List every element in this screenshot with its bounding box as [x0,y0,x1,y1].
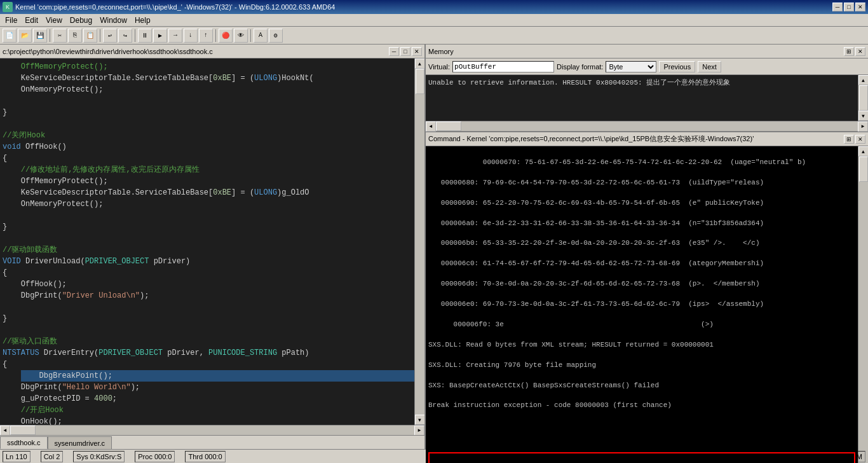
status-proc: Proc 000:0 [135,451,175,462]
code-vscrollbar[interactable]: ▲ ▼ [414,59,424,425]
toolbar-open[interactable]: 📂 [18,29,32,43]
titlebar-controls[interactable]: ─ □ ✕ [832,3,865,11]
code-tabs: ssdthook.c sysenumdriver.c [0,435,424,449]
memory-virtual-label: Virtual: [428,63,450,71]
code-file-path: c:\project\python\0reviewthird\driver\dr… [3,48,389,55]
command-line-6: 000006c0: 61-74-65-67-6f-72-79-4d-65-6d-… [428,259,764,267]
memory-hscroll-track[interactable] [436,121,858,131]
code-scroll-thumb[interactable] [416,69,424,94]
memory-display-format[interactable]: Byte Word Dword [606,61,656,73]
toolbar-break[interactable]: ⏸ [138,29,152,43]
command-line-13: Break instruction exception - code 80000… [428,401,672,409]
toolbar-save[interactable]: 💾 [33,29,47,43]
menu-window[interactable]: Window [96,15,131,26]
command-scroll-track[interactable] [858,156,868,463]
toolbar-watch[interactable]: 👁 [234,29,248,43]
titlebar: K Kernel 'com:pipe,resets=0,reconnect,po… [0,0,868,14]
memory-title-controls[interactable]: ⊞ ✕ [844,47,865,56]
command-scroll-thumb[interactable] [859,156,868,182]
memory-title-text: Memory [428,48,454,55]
code-pane-minimize[interactable]: ─ [389,47,399,56]
code-scroll-down[interactable]: ▼ [415,415,425,425]
code-hscroll-left[interactable]: ◄ [0,425,10,436]
titlebar-left: K Kernel 'com:pipe,resets=0,reconnect,po… [3,2,335,12]
toolbar-new[interactable]: 📄 [3,29,17,43]
toolbar-sep4 [215,29,216,42]
command-line-11: SXS.DLL: Creating 7976 byte file mapping [428,361,596,369]
command-line-7: 000006d0: 70-3e-0d-0a-20-20-3c-2f-6d-65-… [428,280,760,287]
memory-scroll-thumb[interactable] [859,85,868,111]
memory-hscroll-thumb[interactable] [436,121,461,131]
command-body: 00000670: 75-61-67-65-3d-22-6e-65-75-74-… [426,146,868,463]
toolbar-sep3 [135,29,135,42]
toolbar: 📄 📂 💾 ✂ ⎘ 📋 ↩ ↪ ⏸ ▶ → ↓ ↑ 🔴 👁 A ⚙ [0,27,868,45]
titlebar-title: Kernel 'com:pipe,resets=0,reconnect,port… [15,3,335,11]
main-content: c:\project\python\0reviewthird\driver\dr… [0,45,868,449]
toolbar-paste[interactable]: 📋 [83,29,97,43]
command-title-controls[interactable]: ⊞ ✕ [844,135,865,144]
command-pane-close[interactable]: ✕ [855,135,865,144]
memory-hscrollbar[interactable]: ◄ ► [426,121,868,131]
toolbar-undo[interactable]: ↩ [103,29,117,43]
menu-debug[interactable]: Debug [66,15,96,26]
memory-scroll-track[interactable] [858,85,868,111]
command-scroll-up[interactable]: ▲ [858,146,869,156]
memory-body: Unable to retrieve information. HRESULT … [426,75,868,121]
toolbar-stepover[interactable]: → [168,29,182,43]
memory-pane-icon[interactable]: ⊞ [844,47,854,56]
menubar: File Edit View Debug Window Help [0,14,868,27]
command-pane-icon[interactable]: ⊞ [844,135,854,144]
status-ln: Ln 110 [3,451,31,462]
toolbar-stepout[interactable]: ↑ [199,29,213,43]
memory-content[interactable]: Unable to retrieve information. HRESULT … [426,75,858,121]
memory-vscrollbar[interactable]: ▲ ▼ [858,75,868,121]
code-scroll-track[interactable] [415,69,424,415]
minimize-button[interactable]: ─ [832,3,843,11]
command-line-1: 00000670: 75-61-67-65-3d-22-6e-65-75-74-… [470,158,806,166]
tab-sysenumdriver[interactable]: sysenumdriver.c [48,436,112,449]
command-line-10: SXS.DLL: Read 0 bytes from XML stream; H… [428,341,714,349]
code-hscroll-track[interactable] [10,425,414,435]
toolbar-copy[interactable]: ⎘ [68,29,82,43]
command-content[interactable]: 00000670: 75-61-67-65-3d-22-6e-65-75-74-… [426,146,858,463]
memory-virtual-input[interactable] [452,61,554,73]
command-vscrollbar[interactable]: ▲ ▼ [858,146,868,463]
command-panel: Command - Kernel 'com:pipe,resets=0,reco… [426,132,868,463]
code-hscroll-thumb[interactable] [10,425,36,435]
toolbar-options[interactable]: ⚙ [269,29,283,43]
close-button[interactable]: ✕ [855,3,865,11]
memory-panel: Memory ⊞ ✕ Virtual: Display format: Byte… [426,45,868,132]
maximize-button[interactable]: □ [844,3,854,11]
menu-edit[interactable]: Edit [21,15,42,26]
toolbar-stepin[interactable]: ↓ [184,29,198,43]
memory-scroll-down[interactable]: ▼ [858,111,869,121]
status-col: Col 2 [41,451,64,462]
code-pane-maximize[interactable]: □ [400,47,410,56]
code-pane-controls[interactable]: ─ □ ✕ [389,47,422,56]
toolbar-font[interactable]: A [254,29,268,43]
menu-help[interactable]: Help [131,15,154,26]
code-hscrollbar[interactable]: ◄ ► [0,425,424,435]
toolbar-redo[interactable]: ↪ [118,29,132,43]
memory-hscroll-right[interactable]: ► [858,121,868,132]
memory-scroll-up[interactable]: ▲ [858,75,869,85]
memory-toolbar: Virtual: Display format: Byte Word Dword… [426,59,868,75]
command-title-text: Command - Kernel 'com:pipe,resets=0,reco… [428,134,754,144]
memory-prev-button[interactable]: Previous [659,61,695,73]
code-pane-close[interactable]: ✕ [412,47,422,56]
code-hscroll-right[interactable]: ► [414,425,424,436]
memory-hscroll-left[interactable]: ◄ [426,121,436,132]
toolbar-cut[interactable]: ✂ [53,29,67,43]
memory-pane-close[interactable]: ✕ [855,47,865,56]
toolbar-go[interactable]: ▶ [153,29,167,43]
menu-view[interactable]: View [42,15,66,26]
code-editor[interactable]: OffMemoryProtect(); KeServiceDescriptorT… [0,59,414,425]
toolbar-bp[interactable]: 🔴 [219,29,233,43]
command-titlebar: Command - Kernel 'com:pipe,resets=0,reco… [426,132,868,146]
menu-file[interactable]: File [1,15,21,26]
tab-ssdthook[interactable]: ssdthook.c [0,436,48,449]
code-scroll-up[interactable]: ▲ [415,59,425,69]
command-line-9: 000006f0: 3e (>) [428,321,714,328]
command-line-3: 00000690: 65-22-20-70-75-62-6c-69-63-4b-… [428,199,764,207]
memory-next-button[interactable]: Next [698,61,721,73]
